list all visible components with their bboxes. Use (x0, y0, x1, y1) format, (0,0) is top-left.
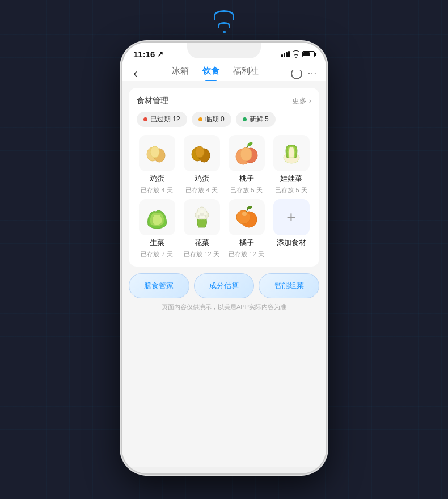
svg-point-2 (150, 146, 159, 158)
svg-point-16 (200, 210, 204, 213)
fresh-label: 新鲜 5 (250, 115, 269, 124)
svg-point-8 (240, 147, 252, 161)
status-icons (281, 50, 315, 58)
food-item-5[interactable]: 花菜 已存放 12 天 (181, 199, 222, 259)
food-img-cabbage (273, 135, 310, 171)
nav-tabs: 冰箱 饮食 福利社 (142, 66, 288, 81)
ingredient-estimate-button[interactable]: 成分估算 (194, 273, 255, 298)
food-days-0: 已存放 4 天 (141, 186, 172, 194)
food-name-3: 娃娃菜 (280, 174, 302, 184)
food-name-2: 桃子 (239, 174, 254, 184)
tab-fulishe[interactable]: 福利社 (233, 66, 259, 81)
time-label: 11:16 (133, 49, 155, 59)
food-item-2[interactable]: 桃子 已存放 5 天 (226, 135, 267, 194)
status-time: 11:16 ↗ (133, 49, 163, 59)
tab-bingxiang[interactable]: 冰箱 (172, 66, 189, 81)
expiring-dot (198, 117, 202, 121)
card-header: 食材管理 更多 › (137, 96, 311, 106)
food-img-cauliflower (184, 199, 220, 235)
svg-point-18 (199, 216, 202, 219)
fresh-dot (243, 117, 247, 121)
expired-label: 已过期 12 (150, 115, 180, 124)
food-days-3: 已存放 5 天 (275, 186, 307, 194)
refresh-icon[interactable] (291, 68, 302, 79)
svg-point-19 (202, 216, 205, 219)
food-days-6: 已存放 12 天 (229, 250, 264, 259)
wifi-arc-medium (218, 22, 230, 28)
add-food-label: 添加食材 (277, 238, 306, 248)
footer-note: 页面内容仅供演示，以美居APP实际内容为准 (129, 298, 319, 314)
food-img-tangerine (229, 199, 265, 235)
battery-icon (302, 51, 315, 57)
card-more-button[interactable]: 更多 › (292, 96, 311, 106)
food-name-5: 花菜 (195, 238, 209, 248)
food-days-2: 已存放 5 天 (230, 186, 262, 194)
food-item-4[interactable]: 生菜 已存放 7 天 (137, 199, 177, 259)
diet-manager-button[interactable]: 膳食管家 (129, 273, 189, 298)
action-buttons: 膳食管家 成分估算 智能组菜 (129, 273, 319, 298)
svg-point-5 (195, 146, 204, 158)
food-item-0[interactable]: 鸡蛋 已存放 4 天 (137, 135, 177, 194)
food-days-1: 已存放 4 天 (185, 186, 217, 194)
food-days-4: 已存放 7 天 (141, 250, 172, 259)
expired-dot (143, 117, 147, 121)
food-item-3[interactable]: 娃娃菜 已存放 5 天 (271, 135, 311, 194)
phone-content: 食材管理 更多 › 已过期 12 临期 0 新鲜 5 (122, 81, 326, 467)
card-title: 食材管理 (137, 96, 168, 106)
nav-bar: ‹ 冰箱 饮食 福利社 ··· (122, 61, 326, 81)
food-img-lettuce (139, 199, 175, 235)
location-arrow-icon: ↗ (157, 50, 163, 58)
expiring-pill[interactable]: 临期 0 (192, 112, 231, 127)
food-management-card: 食材管理 更多 › 已过期 12 临期 0 新鲜 5 (129, 88, 319, 267)
phone-notch (187, 43, 261, 58)
signal-icon (281, 51, 290, 57)
expired-pill[interactable]: 已过期 12 (137, 112, 187, 127)
food-name-1: 鸡蛋 (195, 174, 209, 184)
tab-yinshi[interactable]: 饮食 (202, 66, 219, 81)
status-pills: 已过期 12 临期 0 新鲜 5 (137, 112, 311, 127)
expiring-label: 临期 0 (205, 115, 225, 124)
wifi-status-icon (293, 50, 299, 58)
food-name-0: 鸡蛋 (150, 174, 164, 184)
food-grid: 鸡蛋 已存放 4 天 鸡蛋 已存放 4 天 (137, 135, 311, 259)
wifi-dot (223, 31, 226, 33)
food-item-6[interactable]: 橘子 已存放 12 天 (226, 199, 267, 259)
nav-actions: ··· (291, 68, 317, 79)
add-food-button[interactable]: + (273, 199, 310, 235)
smart-recipe-button[interactable]: 智能组菜 (259, 273, 319, 298)
more-icon[interactable]: ··· (308, 69, 317, 79)
food-item-1[interactable]: 鸡蛋 已存放 4 天 (181, 135, 222, 194)
fresh-pill[interactable]: 新鲜 5 (236, 112, 276, 127)
add-food-item[interactable]: + 添加食材 (271, 199, 311, 259)
food-img-egg1 (139, 135, 175, 171)
food-name-4: 生菜 (150, 238, 164, 248)
svg-point-15 (197, 212, 200, 215)
svg-point-17 (204, 212, 207, 215)
phone-frame: 11:16 ↗ ‹ 冰箱 饮食 福利社 (122, 43, 326, 473)
back-button[interactable]: ‹ (131, 66, 140, 81)
svg-point-22 (242, 212, 247, 216)
food-img-egg2 (184, 135, 220, 171)
food-days-5: 已存放 12 天 (184, 250, 219, 259)
wifi-arc-large (214, 10, 234, 20)
food-img-peach (229, 135, 265, 171)
wifi-top-icon (214, 10, 234, 33)
food-name-6: 橘子 (239, 238, 254, 248)
